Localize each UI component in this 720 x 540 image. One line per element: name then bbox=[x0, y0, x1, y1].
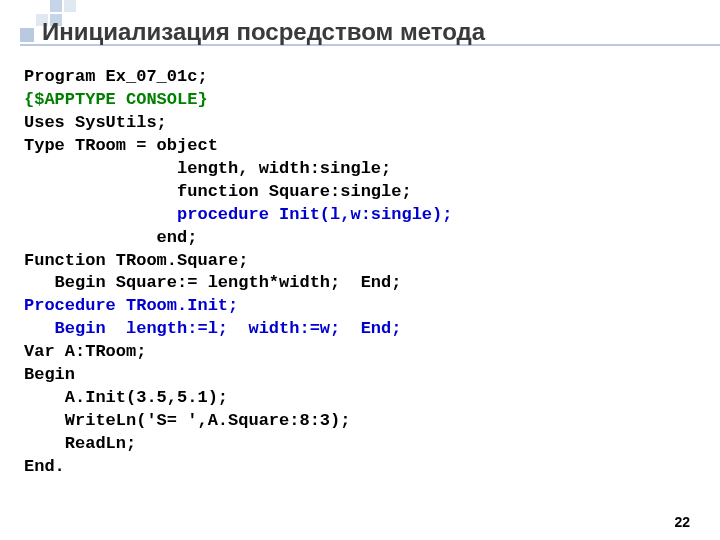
code-line: Uses SysUtils; bbox=[24, 113, 167, 132]
code-line: WriteLn('S= ',A.Square:8:3); bbox=[24, 411, 350, 430]
code-line: procedure Init(l,w:single); bbox=[24, 205, 452, 224]
page-number: 22 bbox=[674, 514, 690, 530]
slide-title: Инициализация посредством метода bbox=[42, 18, 485, 46]
code-line: length, width:single; bbox=[24, 159, 391, 178]
code-block: Program Ex_07_01c; {$APPTYPE CONSOLE} Us… bbox=[24, 66, 452, 479]
code-line: ReadLn; bbox=[24, 434, 136, 453]
code-line: Program Ex_07_01c; bbox=[24, 67, 208, 86]
code-line: Var A:TRoom; bbox=[24, 342, 146, 361]
code-line: {$APPTYPE CONSOLE} bbox=[24, 90, 208, 109]
code-line: A.Init(3.5,5.1); bbox=[24, 388, 228, 407]
code-line: Type TRoom = object bbox=[24, 136, 218, 155]
code-line: Function TRoom.Square; bbox=[24, 251, 248, 270]
code-line: end; bbox=[24, 228, 197, 247]
code-line: End. bbox=[24, 457, 65, 476]
code-line: Begin Square:= length*width; End; bbox=[24, 273, 401, 292]
code-line: Begin length:=l; width:=w; End; bbox=[24, 319, 401, 338]
code-line: Procedure TRoom.Init; bbox=[24, 296, 238, 315]
code-line: function Square:single; bbox=[24, 182, 412, 201]
code-line: Begin bbox=[24, 365, 75, 384]
